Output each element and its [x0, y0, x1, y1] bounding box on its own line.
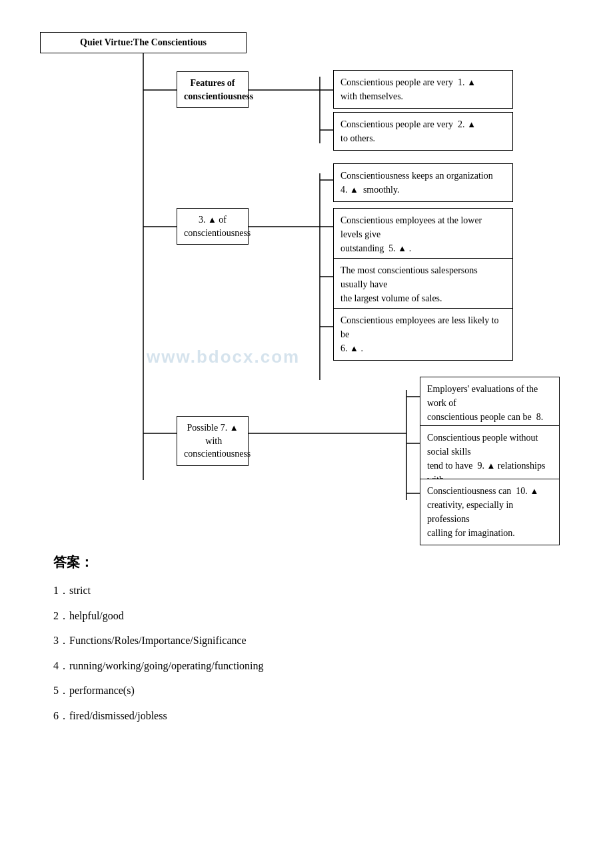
answer-item-3: 3．Functions/Roles/Importance/Significanc…	[53, 632, 573, 649]
r3-box: Conscientiousness keeps an organization4…	[333, 163, 513, 202]
answer-title: 答案：	[53, 553, 573, 571]
r5-box: The most conscientious salespersons usua…	[333, 258, 513, 311]
r9-box: Conscientiousness can 10. ▲creativity, e…	[420, 479, 560, 545]
possible-box: Possible 7. ▲ withconscientiousness	[177, 416, 249, 466]
answer-item-5: 5．performance(s)	[53, 682, 573, 699]
answer-item-1: 1．strict	[53, 582, 573, 599]
r2-box: Conscientious people are very 2. ▲to oth…	[333, 112, 513, 151]
answer-item-2: 2．helpful/good	[53, 607, 573, 625]
answer-section: 答案： 1．strict 2．helpful/good 3．Functions/…	[40, 553, 573, 725]
r1-box: Conscientious people are very 1. ▲with t…	[333, 70, 513, 109]
top-box: Quiet Virtue:The Conscientious	[40, 32, 247, 53]
roles-box: 3. ▲ ofconscientiousness	[177, 208, 249, 245]
r4-box: Conscientious employees at the lower lev…	[333, 208, 513, 261]
features-box: Features ofconscientiousness	[177, 71, 249, 108]
answer-item-4: 4．running/working/going/operating/functi…	[53, 657, 573, 675]
r6-box: Conscientious employees are less likely …	[333, 308, 513, 361]
answer-item-6: 6．fired/dismissed/jobless	[53, 707, 573, 725]
diagram-container: Quiet Virtue:The Conscientious Features …	[40, 27, 573, 533]
